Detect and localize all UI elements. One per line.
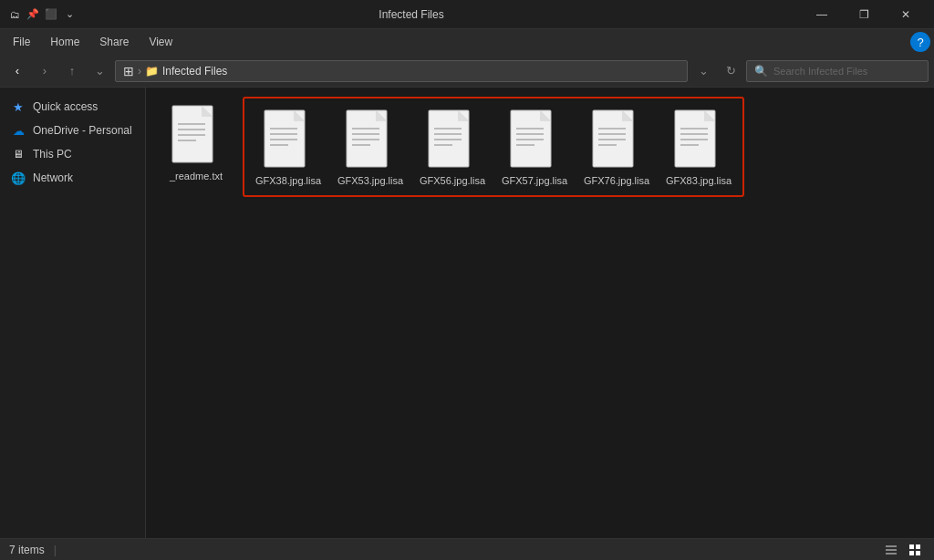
svg-rect-50 xyxy=(886,549,897,551)
file-area[interactable]: _readme.txt xyxy=(146,88,934,538)
sidebar-label-onedrive: OneDrive - Personal xyxy=(33,124,132,137)
recent-button[interactable]: ⌄ xyxy=(88,59,111,83)
file-item-readme[interactable]: _readme.txt xyxy=(155,97,237,197)
svg-rect-49 xyxy=(886,545,897,547)
maximize-button[interactable]: ❐ xyxy=(843,0,885,29)
window-controls: — ❐ ✕ xyxy=(801,0,927,29)
close-button[interactable]: ✕ xyxy=(885,0,927,29)
title-bar: 🗂 📌 ⬛ ⌄ Infected Files — ❐ ✕ xyxy=(0,0,934,29)
status-bar: 7 items | xyxy=(0,538,934,560)
sidebar-label-this-pc: This PC xyxy=(33,148,72,161)
nav-right: ⌄ ↻ 🔍 Search Infected Files xyxy=(691,59,929,83)
sidebar-item-quick-access[interactable]: ★ Quick access xyxy=(0,95,145,119)
grid-view-button[interactable] xyxy=(905,542,925,558)
svg-rect-53 xyxy=(916,544,920,549)
file-item-gfx57[interactable]: GFX57.jpg.lisa xyxy=(493,101,576,192)
selected-files-group: GFX38.jpg.lisa xyxy=(243,97,744,197)
back-button[interactable]: ‹ xyxy=(5,59,29,83)
status-separator: | xyxy=(54,544,57,556)
quick-access-icon: ★ xyxy=(11,99,26,114)
file-name-gfx38: GFX38.jpg.lisa xyxy=(255,174,321,187)
sidebar-label-network: Network xyxy=(33,171,73,184)
file-icon-gfx57 xyxy=(509,109,560,169)
app-icon: 🗂 xyxy=(7,7,22,22)
breadcrumb[interactable]: ⊞ › 📁 Infected Files xyxy=(115,60,688,82)
file-name-readme: _readme.txt xyxy=(170,170,223,182)
onedrive-icon: ☁ xyxy=(11,123,26,138)
file-name-gfx76: GFX76.jpg.lisa xyxy=(584,174,649,187)
breadcrumb-root-icon: ⊞ xyxy=(123,64,134,78)
file-icon-readme xyxy=(171,104,222,164)
help-button[interactable]: ? xyxy=(910,32,930,52)
file-item-gfx83[interactable]: GFX83.jpg.lisa xyxy=(658,101,740,192)
file-item-gfx53[interactable]: GFX53.jpg.lisa xyxy=(329,101,411,192)
window-title: Infected Files xyxy=(27,8,795,21)
this-pc-icon: 🖥 xyxy=(11,147,26,161)
dropdown-button[interactable]: ⌄ xyxy=(691,59,715,83)
menu-share[interactable]: Share xyxy=(90,32,138,52)
nav-bar: ‹ › ↑ ⌄ ⊞ › 📁 Infected Files ⌄ ↻ 🔍 Searc… xyxy=(0,55,934,88)
menu-bar: File Home Share View ? xyxy=(0,29,934,55)
network-icon: 🌐 xyxy=(11,171,26,185)
sidebar-item-network[interactable]: 🌐 Network xyxy=(0,166,145,190)
file-icon-gfx76 xyxy=(591,109,642,169)
file-icon-gfx56 xyxy=(427,109,478,169)
file-icon-gfx83 xyxy=(673,109,724,169)
file-icon-gfx53 xyxy=(345,109,396,169)
svg-rect-55 xyxy=(916,551,920,555)
refresh-button[interactable]: ↻ xyxy=(719,59,742,83)
up-button[interactable]: ↑ xyxy=(60,59,84,83)
file-item-gfx56[interactable]: GFX56.jpg.lisa xyxy=(411,101,493,192)
item-count: 7 items xyxy=(9,544,45,556)
search-icon: 🔍 xyxy=(754,65,768,78)
file-icon-gfx38 xyxy=(263,109,314,169)
svg-rect-52 xyxy=(909,544,914,549)
forward-button[interactable]: › xyxy=(33,59,57,83)
file-item-gfx38[interactable]: GFX38.jpg.lisa xyxy=(247,101,329,192)
main-layout: ★ Quick access ☁ OneDrive - Personal 🖥 T… xyxy=(0,88,934,538)
menu-home[interactable]: Home xyxy=(41,32,88,52)
sidebar-item-onedrive[interactable]: ☁ OneDrive - Personal xyxy=(0,119,145,142)
svg-rect-51 xyxy=(886,553,897,555)
sidebar: ★ Quick access ☁ OneDrive - Personal 🖥 T… xyxy=(0,88,146,538)
file-grid: _readme.txt xyxy=(155,97,925,197)
file-name-gfx56: GFX56.jpg.lisa xyxy=(420,174,485,187)
search-box[interactable]: 🔍 Search Infected Files xyxy=(746,60,929,82)
file-name-gfx53: GFX53.jpg.lisa xyxy=(337,174,403,187)
breadcrumb-folder: Infected Files xyxy=(162,65,227,78)
file-name-gfx57: GFX57.jpg.lisa xyxy=(502,174,567,187)
file-name-gfx83: GFX83.jpg.lisa xyxy=(666,174,732,187)
file-item-gfx76[interactable]: GFX76.jpg.lisa xyxy=(576,101,658,192)
search-placeholder: Search Infected Files xyxy=(773,66,867,77)
breadcrumb-separator-1: › xyxy=(138,65,141,78)
sidebar-item-this-pc[interactable]: 🖥 This PC xyxy=(0,142,145,166)
sidebar-label-quick-access: Quick access xyxy=(33,100,98,113)
view-controls xyxy=(881,542,925,558)
menu-view[interactable]: View xyxy=(140,32,182,52)
breadcrumb-folder-icon: 📁 xyxy=(145,65,159,78)
menu-file[interactable]: File xyxy=(4,32,39,52)
list-view-button[interactable] xyxy=(881,542,901,558)
minimize-button[interactable]: — xyxy=(801,0,843,29)
svg-rect-54 xyxy=(909,551,914,555)
